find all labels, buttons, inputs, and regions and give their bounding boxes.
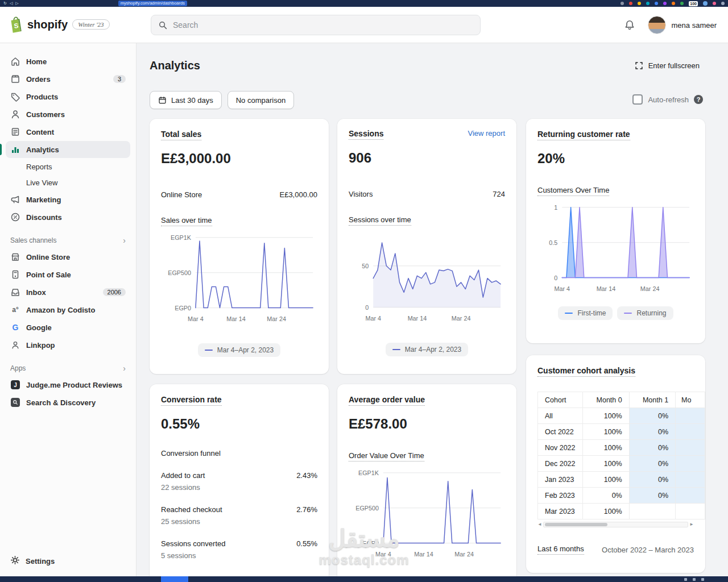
tray-icon[interactable]: [701, 578, 704, 581]
enter-fullscreen-button[interactable]: Enter fullscreen: [635, 61, 700, 70]
legend-line-icon: [205, 350, 213, 351]
tray-icon[interactable]: [684, 578, 687, 581]
cohort-horizontal-scrollbar[interactable]: ◄ ►: [537, 521, 694, 529]
card-title: Sessions: [349, 129, 383, 140]
marketing-icon: [10, 194, 20, 205]
order-value-over-time-chart: EGP1KEGP500EGP0Mar 4Mar 14Mar 24: [349, 466, 505, 564]
card-title: Returning customer rate: [537, 130, 630, 140]
fullscreen-icon: [635, 61, 643, 70]
svg-text:0: 0: [554, 275, 557, 281]
browser-forward-icon[interactable]: ▷: [15, 0, 18, 7]
comparison-button[interactable]: No comparison: [228, 91, 294, 109]
customers-icon: [10, 109, 20, 119]
svg-text:0.5: 0.5: [549, 239, 557, 246]
sidebar-item-home[interactable]: Home: [6, 53, 130, 70]
sidebar-item-point-of-sale[interactable]: Point of Sale: [6, 266, 130, 283]
tray-icon[interactable]: [693, 578, 696, 581]
cohort-row: Jan 2023 100% 0%: [538, 472, 705, 488]
extension-icon[interactable]: [680, 2, 684, 5]
shopify-logo[interactable]: S shopify Winter '23: [8, 16, 110, 33]
sidebar-item-products[interactable]: Products: [6, 88, 130, 105]
help-icon[interactable]: ?: [694, 95, 703, 104]
sidebar: Home Orders 3 Products Customers Content…: [0, 43, 136, 576]
browser-refresh-icon[interactable]: ↻: [3, 0, 7, 7]
svg-text:EGP0: EGP0: [362, 540, 379, 547]
sidebar-item-online-store[interactable]: Online Store: [6, 248, 130, 265]
extension-icon[interactable]: [621, 2, 624, 5]
analytics-controls: Last 30 days No comparison: [150, 91, 294, 109]
sidebar-item-content[interactable]: Content: [6, 123, 130, 140]
sales-over-time-chart: EGP1KEGP500EGP0Mar 4Mar 14Mar 24: [161, 231, 317, 329]
sales-channels-heading: Sales channels ›: [10, 236, 126, 245]
linkpop-icon: [10, 340, 20, 350]
funnel-row: Reached checkout 25 sessions 2.76%: [161, 505, 317, 526]
total-sales-card: Total sales E£3,000.00 Online Store E£3,…: [150, 119, 329, 374]
extension-icon[interactable]: [629, 2, 632, 5]
view-report-link[interactable]: View report: [468, 129, 505, 138]
svg-text:1: 1: [554, 204, 557, 211]
chart-title: Sales over time: [161, 216, 212, 226]
extension-icon[interactable]: [638, 2, 641, 5]
sidebar-item-google[interactable]: G Google: [6, 319, 130, 336]
sidebar-item-judgeme[interactable]: J Judge.me Product Reviews: [6, 376, 130, 393]
auto-refresh-checkbox[interactable]: [632, 94, 643, 105]
chevron-right-icon[interactable]: ›: [123, 364, 126, 373]
notifications-bell-icon[interactable]: [624, 19, 635, 31]
browser-menu-icon[interactable]: [721, 2, 725, 5]
sidebar-item-customers[interactable]: Customers: [6, 106, 130, 123]
average-order-value-card: Average order value E£578.00 Order Value…: [337, 384, 516, 576]
taskbar-tray: [684, 578, 704, 581]
scroll-right-arrow-icon[interactable]: ►: [689, 521, 694, 529]
sidebar-item-linkpop[interactable]: Linkpop: [6, 336, 130, 354]
extension-count-badge[interactable]: 100: [689, 1, 698, 6]
scrollbar-thumb[interactable]: [545, 523, 607, 526]
date-range-button[interactable]: Last 30 days: [150, 91, 222, 109]
scrollbar-track[interactable]: [543, 522, 688, 527]
browser-back-icon[interactable]: ◁: [10, 0, 13, 7]
sidebar-item-settings[interactable]: Settings: [6, 552, 130, 569]
sidebar-item-live-view[interactable]: Live View: [6, 174, 130, 190]
cohort-row: Feb 2023 0% 0%: [538, 488, 705, 504]
extension-icon[interactable]: [713, 2, 716, 5]
settings-gear-icon: [10, 555, 20, 567]
sidebar-item-orders[interactable]: Orders 3: [6, 70, 130, 88]
search-input[interactable]: [173, 20, 473, 30]
sidebar-item-analytics[interactable]: Analytics: [6, 141, 130, 158]
chart-title: Sessions over time: [349, 215, 411, 226]
customers-over-time-chart: 10.50Mar 4Mar 14Mar 24: [537, 201, 694, 298]
conversion-funnel-heading: Conversion funnel: [161, 449, 317, 458]
svg-text:Mar 14: Mar 14: [226, 315, 246, 322]
cohort-row: Oct 2022 100% 0%: [538, 424, 705, 440]
svg-text:Mar 24: Mar 24: [267, 315, 286, 322]
taskbar: [0, 576, 728, 582]
extension-icon[interactable]: [672, 2, 675, 5]
chevron-right-icon[interactable]: ›: [123, 236, 126, 245]
legend-line-icon: [392, 349, 400, 350]
content-icon: [10, 127, 20, 137]
chart-title: Customers Over Time: [537, 186, 609, 196]
breakdown-row: Online Store E£3,000.00: [161, 190, 317, 199]
svg-text:EGP500: EGP500: [168, 269, 191, 276]
address-bar[interactable]: myshopify.com/admin/dashboards: [118, 1, 187, 6]
taskbar-active-app[interactable]: [161, 576, 188, 582]
pos-icon: [10, 269, 20, 280]
sidebar-item-amazon-by-codisto[interactable]: a° Amazon by Codisto: [6, 301, 130, 318]
total-sales-value: E£3,000.00: [161, 151, 317, 167]
auto-refresh-label: Auto-refresh: [648, 95, 689, 104]
extension-icon[interactable]: [646, 2, 650, 5]
extension-icon[interactable]: [655, 2, 658, 5]
sidebar-item-inbox[interactable]: Inbox 2006: [6, 284, 130, 301]
svg-text:Mar 24: Mar 24: [454, 551, 474, 558]
sidebar-item-marketing[interactable]: Marketing: [6, 191, 130, 208]
sidebar-item-search-discovery[interactable]: Search & Discovery: [6, 394, 130, 411]
global-search[interactable]: [151, 15, 481, 35]
sidebar-item-discounts[interactable]: Discounts: [6, 209, 130, 226]
discounts-icon: [10, 212, 20, 222]
scroll-left-arrow-icon[interactable]: ◄: [537, 521, 542, 529]
user-menu[interactable]: mena sameer: [648, 16, 717, 34]
sidebar-item-reports[interactable]: Reports: [6, 159, 130, 174]
svg-text:Mar 24: Mar 24: [452, 315, 471, 322]
extension-icon[interactable]: [663, 2, 667, 5]
browser-profile-avatar[interactable]: [703, 1, 708, 6]
app-header: S shopify Winter '23 mena sameer: [0, 7, 728, 43]
